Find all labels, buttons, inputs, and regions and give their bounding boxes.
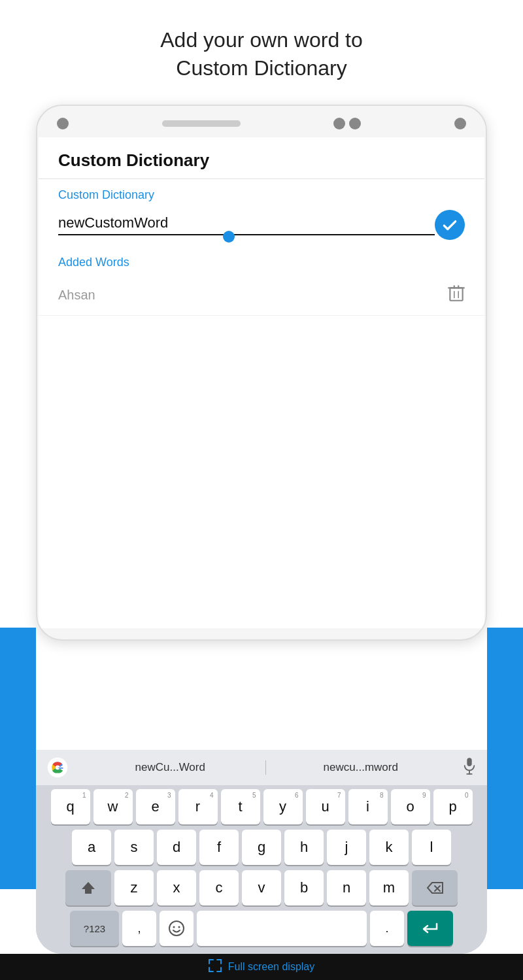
svg-point-13	[169, 921, 184, 936]
key-x[interactable]: x	[157, 870, 196, 905]
key-c[interactable]: c	[199, 870, 239, 905]
keyboard-rows: 1q 2w 3e 4r 5t 6y 7u 8i 9o 0p a s d f g …	[36, 785, 487, 954]
added-words-label: Added Words	[39, 246, 484, 275]
key-shift[interactable]	[65, 870, 111, 905]
keyboard-area: newCu...Word newcu...mword 1q 2w 3e 4r 5…	[36, 750, 487, 954]
key-h[interactable]: h	[284, 830, 324, 865]
key-g[interactable]: g	[242, 830, 281, 865]
key-row-4: ?123 , .	[39, 911, 484, 946]
phone-top-bar	[37, 106, 486, 137]
key-o[interactable]: 9o	[391, 789, 430, 824]
key-comma[interactable]: ,	[122, 911, 156, 946]
key-t[interactable]: 5t	[221, 789, 260, 824]
phone-dot-3	[454, 118, 466, 129]
key-q[interactable]: 1q	[51, 789, 90, 824]
key-s[interactable]: s	[114, 830, 154, 865]
key-n[interactable]: n	[327, 870, 366, 905]
google-logo	[46, 756, 69, 779]
delete-word-button[interactable]	[448, 284, 465, 306]
key-l[interactable]: l	[412, 830, 451, 865]
key-emoji[interactable]	[160, 911, 194, 946]
key-w[interactable]: 2w	[93, 789, 133, 824]
svg-marker-10	[82, 882, 95, 894]
key-f[interactable]: f	[199, 830, 239, 865]
phone-pill	[162, 120, 241, 127]
key-p[interactable]: 0p	[433, 789, 473, 824]
app-header: Custom Dictionary	[39, 137, 484, 179]
bottom-bar-text: Full screen display	[228, 961, 315, 973]
key-v[interactable]: v	[242, 870, 281, 905]
suggestion-1[interactable]: newCu...Word	[75, 758, 265, 777]
svg-rect-0	[450, 288, 462, 300]
svg-point-15	[178, 926, 180, 928]
top-title: Add your own word to Custom Dictionary	[0, 0, 523, 102]
key-r[interactable]: 4r	[178, 789, 218, 824]
key-d[interactable]: d	[157, 830, 196, 865]
phone-dot-camera	[57, 118, 69, 129]
phone-dot-group	[333, 118, 361, 129]
fullscreen-icon	[209, 959, 222, 975]
suggestion-2[interactable]: newcu...mword	[266, 758, 456, 777]
word-text: Ahsan	[58, 288, 95, 303]
title-line2: Custom Dictionary	[176, 56, 346, 80]
mic-icon[interactable]	[462, 757, 477, 778]
key-k[interactable]: k	[369, 830, 409, 865]
key-b[interactable]: b	[284, 870, 324, 905]
blue-left-panel	[0, 628, 36, 889]
key-sym[interactable]: ?123	[70, 911, 119, 946]
title-line1: Add your own word to	[160, 28, 363, 52]
check-button[interactable]	[435, 210, 465, 240]
key-u[interactable]: 7u	[306, 789, 345, 824]
key-m[interactable]: m	[369, 870, 409, 905]
phone-dot-1	[333, 118, 345, 129]
key-space[interactable]	[197, 911, 367, 946]
phone-frame: Custom Dictionary Custom Dictionary Adde…	[36, 105, 487, 641]
key-y[interactable]: 6y	[263, 789, 303, 824]
key-period[interactable]: .	[370, 911, 404, 946]
word-input[interactable]	[58, 214, 435, 235]
key-row-1: 1q 2w 3e 4r 5t 6y 7u 8i 9o 0p	[39, 789, 484, 824]
bottom-bar: Full screen display	[0, 954, 523, 980]
key-a[interactable]: a	[72, 830, 111, 865]
input-row	[39, 206, 484, 246]
word-list: Ahsan	[39, 275, 484, 316]
key-j[interactable]: j	[327, 830, 366, 865]
custom-dict-label: Custom Dictionary	[39, 179, 484, 206]
blue-right-panel	[487, 628, 523, 889]
cursor-dot	[223, 231, 235, 243]
key-row-3: z x c v b n m	[39, 870, 484, 905]
key-backspace[interactable]	[412, 870, 458, 905]
key-row-2: a s d f g h j k l	[39, 830, 484, 865]
key-e[interactable]: 3e	[136, 789, 175, 824]
key-enter[interactable]	[407, 911, 453, 946]
suggestions-bar: newCu...Word newcu...mword	[36, 750, 487, 785]
phone-dot-2	[349, 118, 361, 129]
key-i[interactable]: 8i	[348, 789, 388, 824]
svg-rect-7	[467, 758, 471, 766]
phone-screen: Custom Dictionary Custom Dictionary Adde…	[39, 137, 484, 628]
app-header-title: Custom Dictionary	[58, 150, 465, 171]
key-z[interactable]: z	[114, 870, 154, 905]
word-item: Ahsan	[39, 275, 484, 316]
svg-point-14	[173, 926, 175, 928]
